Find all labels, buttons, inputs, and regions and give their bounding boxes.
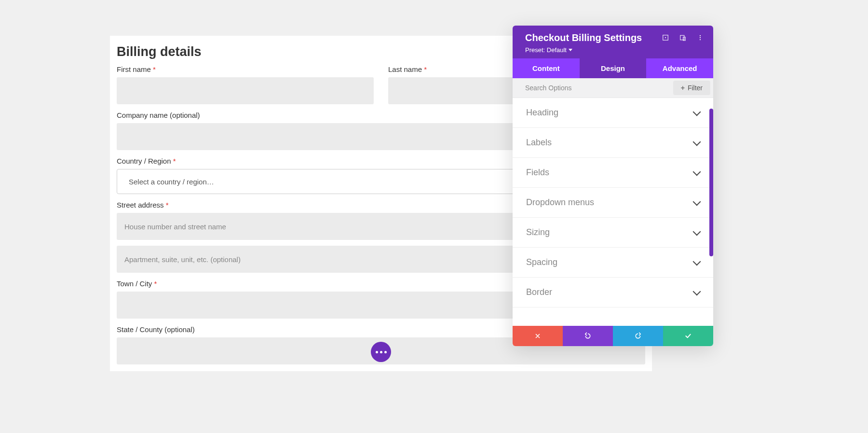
chevron-down-icon	[693, 138, 701, 146]
settings-panel: Checkout Billing Settings Preset: Defaul…	[513, 26, 713, 346]
chevron-down-icon	[693, 227, 701, 236]
option-label: Fields	[526, 168, 549, 178]
scrollbar-thumb[interactable]	[709, 109, 713, 256]
search-row: + Filter	[513, 78, 713, 98]
option-fields[interactable]: Fields	[513, 158, 713, 188]
chevron-down-icon	[693, 197, 701, 206]
required-star: *	[166, 201, 169, 209]
city-label-text: Town / City	[117, 279, 152, 288]
required-star: *	[173, 157, 176, 165]
option-dropdown-menus[interactable]: Dropdown menus	[513, 188, 713, 218]
svg-point-6	[700, 39, 701, 40]
required-star: *	[424, 65, 427, 73]
chevron-down-icon	[693, 108, 701, 116]
option-label: Sizing	[526, 227, 550, 237]
option-border[interactable]: Border	[513, 278, 713, 307]
responsive-icon[interactable]	[679, 34, 686, 41]
street-label-text: Street address	[117, 201, 164, 209]
tab-advanced[interactable]: Advanced	[646, 58, 713, 78]
save-button[interactable]	[663, 326, 713, 346]
first-name-input[interactable]	[117, 77, 374, 104]
tab-design[interactable]: Design	[580, 58, 647, 78]
required-star: *	[153, 65, 156, 73]
option-label: Spacing	[526, 257, 557, 267]
undo-icon	[584, 332, 592, 340]
country-label-text: Country / Region	[117, 157, 171, 165]
required-star: *	[154, 279, 157, 288]
first-name-label-text: First name	[117, 65, 151, 73]
option-spacing[interactable]: Spacing	[513, 248, 713, 278]
dot-icon	[380, 351, 382, 353]
close-button[interactable]	[513, 326, 563, 346]
panel-header: Checkout Billing Settings Preset: Defaul…	[513, 26, 713, 58]
dot-icon	[376, 351, 378, 353]
svg-rect-2	[680, 35, 684, 40]
redo-button[interactable]	[613, 326, 663, 346]
option-sizing[interactable]: Sizing	[513, 218, 713, 248]
svg-point-4	[700, 35, 701, 36]
preset-label: Preset: Default	[525, 46, 567, 54]
panel-title: Checkout Billing Settings	[525, 32, 642, 43]
tab-content[interactable]: Content	[513, 58, 580, 78]
first-name-field: First name *	[117, 65, 374, 104]
panel-header-left: Checkout Billing Settings Preset: Defaul…	[525, 32, 642, 54]
svg-point-5	[700, 37, 701, 38]
option-label: Dropdown menus	[526, 197, 594, 208]
chevron-down-icon	[693, 257, 701, 265]
close-icon	[534, 333, 541, 339]
option-label: Heading	[526, 108, 558, 118]
panel-footer	[513, 326, 713, 346]
check-icon	[684, 332, 692, 340]
filter-label: Filter	[688, 84, 703, 92]
search-options-input[interactable]	[513, 78, 673, 98]
panel-header-icons	[662, 32, 704, 41]
panel-tabs: Content Design Advanced	[513, 58, 713, 78]
plus-icon: +	[681, 84, 685, 92]
dot-icon	[384, 351, 387, 353]
expand-icon[interactable]	[662, 34, 669, 41]
kebab-menu-icon[interactable]	[697, 34, 704, 41]
preset-selector[interactable]: Preset: Default	[525, 46, 642, 54]
options-list[interactable]: Heading Labels Fields Dropdown menus Siz…	[513, 98, 713, 326]
chevron-down-icon	[693, 168, 701, 176]
chevron-down-icon	[693, 287, 701, 295]
module-add-button[interactable]	[371, 342, 391, 362]
option-label: Labels	[526, 138, 552, 148]
chevron-down-icon	[569, 49, 572, 51]
undo-button[interactable]	[563, 326, 613, 346]
first-name-label: First name *	[117, 65, 374, 73]
redo-icon	[634, 332, 642, 340]
last-name-label-text: Last name	[388, 65, 422, 73]
option-heading[interactable]: Heading	[513, 98, 713, 128]
country-select-placeholder: Select a country / region…	[129, 178, 214, 186]
option-labels[interactable]: Labels	[513, 128, 713, 158]
svg-point-1	[665, 37, 666, 38]
option-label: Border	[526, 287, 552, 297]
filter-button[interactable]: + Filter	[673, 81, 710, 95]
